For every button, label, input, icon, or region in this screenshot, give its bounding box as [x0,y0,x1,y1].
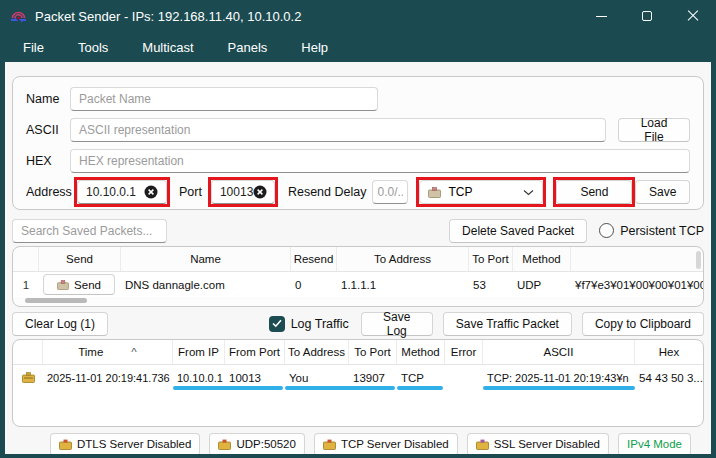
clear-port-icon[interactable] [253,185,267,199]
log-col-time[interactable]: Time ^ [43,340,173,364]
log-cell-from-ip: 10.10.0.1 [173,372,225,384]
maximize-icon [642,11,652,21]
row-send-button[interactable]: Send [43,274,115,295]
log-col-method[interactable]: Method [397,340,445,364]
packet-icon [22,372,35,383]
saved-packets-table: Send Name Resend To Address To Port Meth… [12,246,704,307]
saved-col-name[interactable]: Name [121,247,291,271]
sort-ascending-icon: ^ [131,346,136,358]
log-controls-row: Clear Log (1) Log Traffic Save Log Save … [12,311,704,336]
resend-delay-label: Resend Delay [288,185,367,199]
clear-address-icon[interactable] [144,185,158,199]
log-col-error[interactable]: Error [445,340,483,364]
highlight-underline-from [173,386,283,390]
ipv4-mode-button[interactable]: IPv4 Mode [618,433,691,455]
menubar: File Tools Multicast Panels Help [0,32,716,62]
port-annotation-box: 10013 [208,177,278,207]
saved-col-method[interactable]: Method [513,247,571,271]
log-col-hex[interactable]: Hex [635,340,703,364]
log-col-ascii[interactable]: ASCII [483,340,635,364]
main-content: Name ASCII Load File HEX Address 10.10.0… [5,62,711,454]
persistent-tcp-checkbox[interactable] [599,223,614,238]
save-button[interactable]: Save [635,180,690,204]
minimize-icon [596,16,607,17]
log-col-to-port[interactable]: To Port [349,340,397,364]
saved-col-resend[interactable]: Resend [291,247,337,271]
save-log-button[interactable]: Save Log [361,312,433,336]
save-traffic-packet-button[interactable]: Save Traffic Packet [443,312,572,336]
name-label: Name [26,92,70,106]
app-logo-icon [10,8,27,24]
clear-log-button[interactable]: Clear Log (1) [12,312,108,336]
menu-file[interactable]: File [6,35,61,60]
send-annotation-box: Send [553,177,635,207]
saved-cell-method: UDP [513,279,571,291]
saved-cell-resend: 0 [291,279,337,291]
hex-input[interactable] [70,149,690,173]
log-table-row[interactable]: 2025-11-01 20:19:41.736 10.10.0.1 10013 … [13,365,703,390]
highlight-underline-ascii [483,386,635,390]
horizontal-scrollbar[interactable] [25,298,87,303]
log-col-icon [13,340,43,364]
method-selected-value: TCP [448,185,472,199]
log-cell-method: TCP [397,372,445,384]
udp-server-button[interactable]: UDP:50520 [209,433,304,455]
menu-multicast[interactable]: Multicast [125,35,210,60]
menu-help[interactable]: Help [284,35,345,60]
address-input[interactable]: 10.10.0.1 [77,180,167,204]
saved-table-row[interactable]: 1 Send DNS dannagle.com 0 1.1.1.1 53 UDP… [13,272,703,297]
log-cell-to-port: 13907 [349,372,397,384]
method-dropdown[interactable]: TCP [419,180,543,204]
address-label: Address [26,185,74,199]
packet-name-input[interactable] [70,87,378,111]
hex-label: HEX [26,154,70,168]
window-title: Packet Sender - IPs: 192.168.11.40, 10.1… [35,9,578,24]
packet-icon [476,439,489,450]
packet-icon [57,280,69,290]
vertical-scrollbar[interactable] [696,251,701,269]
check-icon [272,319,282,328]
highlight-underline-to [285,386,395,390]
log-col-to-address[interactable]: To Address [285,340,349,364]
port-label: Port [179,185,202,199]
log-traffic-label: Log Traffic [291,317,349,331]
saved-col-to-address[interactable]: To Address [337,247,469,271]
log-cell-to-address: You [285,372,349,384]
ssl-server-button[interactable]: SSL Server Disabled [467,433,609,455]
saved-col-num [13,247,39,271]
saved-row-number: 1 [13,279,39,291]
chevron-down-icon [523,189,534,196]
search-saved-packets-input[interactable] [12,219,167,243]
saved-col-send[interactable]: Send [39,247,121,271]
resend-delay-input[interactable] [372,180,408,204]
saved-table-header: Send Name Resend To Address To Port Meth… [13,247,703,272]
tcp-server-button[interactable]: TCP Server Disabled [314,433,458,455]
saved-controls-row: Delete Saved Packet Persistent TCP [12,218,704,243]
log-traffic-checkbox[interactable] [269,316,285,332]
log-col-from-ip[interactable]: From IP [173,340,225,364]
close-button[interactable] [670,0,716,32]
port-value: 10013 [220,185,253,199]
titlebar: Packet Sender - IPs: 192.168.11.40, 10.1… [0,0,716,32]
saved-col-to-port[interactable]: To Port [469,247,513,271]
traffic-log-table: Time ^ From IP From Port To Address To P… [12,339,704,427]
send-button[interactable]: Send [556,180,632,204]
packet-icon [428,187,441,198]
log-table-header: Time ^ From IP From Port To Address To P… [13,340,703,365]
menu-tools[interactable]: Tools [61,35,125,60]
ascii-label: ASCII [26,123,70,137]
saved-cell-to-port: 53 [469,279,513,291]
log-col-from-port[interactable]: From Port [225,340,285,364]
port-input[interactable]: 10013 [211,180,275,204]
menu-panels[interactable]: Panels [211,35,285,60]
packet-icon [218,439,231,450]
delete-saved-packet-button[interactable]: Delete Saved Packet [449,219,587,243]
ascii-input[interactable] [70,118,606,142]
copy-to-clipboard-button[interactable]: Copy to Clipboard [582,312,704,336]
minimize-button[interactable] [578,0,624,32]
packet-icon [59,439,72,450]
load-file-button[interactable]: Load File [618,118,690,142]
dtls-server-button[interactable]: DTLS Server Disabled [50,433,200,455]
saved-col-ascii[interactable] [571,247,703,271]
maximize-button[interactable] [624,0,670,32]
